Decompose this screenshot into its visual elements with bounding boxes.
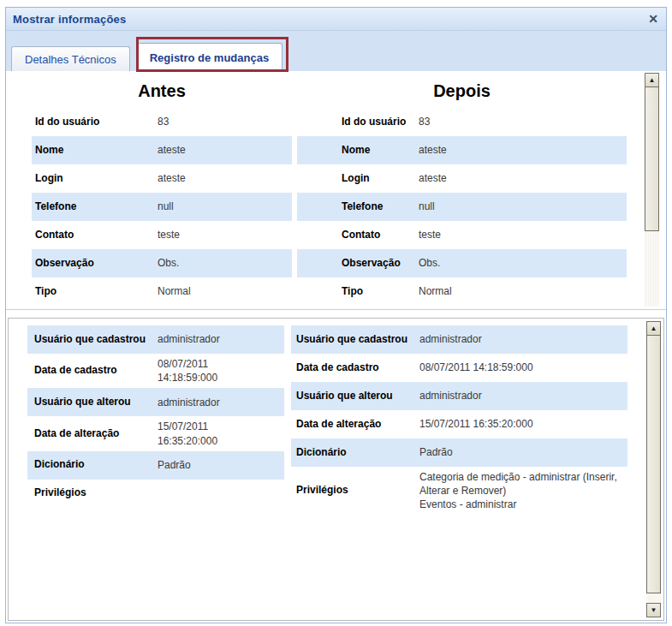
scrollbar-track[interactable] [645, 231, 659, 307]
table-row: Data de cadastro 08/07/2011 14:18:59:000 [27, 354, 284, 388]
row-value: 08/07/2011 14:18:59:000 [419, 361, 627, 374]
tabs-container: Detalhes Técnicos Registro de mudanças [11, 43, 288, 71]
row-label: Id do usuário [297, 116, 419, 129]
table-row: Usuário que alterou administrador [27, 388, 284, 416]
row-label: Nome [297, 144, 419, 158]
table-row: Id do usuário 83 [32, 108, 292, 136]
row-label: Telefone [297, 200, 419, 214]
after-header: Depois [297, 76, 627, 108]
info-dialog: Mostrar informações ✕ Detalhes Técnicos … [5, 7, 667, 623]
row-label: Data de alteração [27, 427, 158, 441]
row-label: Tipo [297, 285, 419, 299]
row-value: Normal [158, 284, 191, 298]
row-value: null [419, 200, 435, 213]
scrollbar-thumb[interactable] [646, 336, 661, 593]
row-value: Obs. [419, 256, 440, 270]
row-value: administrador [419, 332, 627, 346]
comparison-panel: Antes Id do usuário 83 Nome ateste Login… [6, 71, 666, 310]
row-value: 15/07/2011 16:35:20:000 [419, 417, 627, 431]
tab-detalhes-tecnicos[interactable]: Detalhes Técnicos [11, 46, 130, 71]
scroll-down-icon[interactable]: ▼ [646, 603, 661, 617]
dialog-title: Mostrar informações [13, 13, 126, 26]
comparison-scrollbar[interactable]: ▲ [645, 73, 659, 307]
row-label: Data de alteração [291, 418, 419, 432]
scroll-up-icon[interactable]: ▲ [646, 321, 661, 336]
table-row: Privilégios Categoria de medição - admin… [291, 467, 627, 516]
table-row: Tipo Normal [32, 277, 292, 306]
row-label: Data de cadastro [291, 361, 419, 375]
audit-panel: Usuário que cadastrou administrador Data… [8, 318, 664, 621]
row-label: Dicionário [291, 446, 419, 460]
audit-scrollbar[interactable]: ▲ ▼ [646, 321, 661, 617]
table-row: Data de cadastro 08/07/2011 14:18:59:000 [291, 354, 627, 382]
row-value: 83 [419, 115, 430, 128]
row-value: 08/07/2011 14:18:59:000 [158, 357, 267, 385]
row-value: ateste [158, 171, 186, 185]
before-table: Antes Id do usuário 83 Nome ateste Login… [32, 76, 292, 306]
table-row: Dicionário Padrão [291, 438, 627, 467]
row-value: Obs. [158, 256, 179, 270]
row-value: Categoria de medição - administrar (Inse… [419, 470, 627, 512]
panel-divider [6, 310, 666, 318]
table-row: Privilégios [27, 480, 284, 508]
row-label: Contato [297, 229, 419, 242]
table-row: Observação Obs. [297, 249, 627, 277]
row-value: teste [158, 228, 180, 241]
table-row: Usuário que cadastrou administrador [291, 325, 627, 354]
row-label: Privilégios [291, 484, 419, 498]
table-row: Data de alteração 15/07/2011 16:35:20:00… [27, 416, 284, 450]
row-label: Login [297, 172, 419, 186]
table-row: Login ateste [297, 164, 627, 193]
row-label: Dicionário [27, 458, 158, 472]
row-label: Id do usuário [32, 116, 158, 129]
row-label: Contato [32, 229, 158, 242]
table-row: Contato teste [297, 221, 627, 249]
row-value: teste [419, 228, 441, 241]
table-row: Telefone null [32, 193, 292, 221]
table-row: Observação Obs. [32, 249, 292, 277]
row-label: Usuário que cadastrou [291, 333, 419, 347]
row-label: Nome [32, 144, 158, 158]
table-row: Nome ateste [32, 136, 292, 164]
before-header: Antes [32, 76, 292, 108]
row-value: administrador [419, 389, 627, 402]
tab-registro-de-mudancas[interactable]: Registro de mudanças [136, 43, 282, 71]
table-row: Contato teste [32, 221, 292, 249]
row-value: ateste [158, 143, 186, 157]
row-value: Padrão [419, 445, 627, 459]
table-row: Nome ateste [297, 136, 627, 164]
dialog-content: Antes Id do usuário 83 Nome ateste Login… [6, 71, 666, 623]
row-label: Usuário que alterou [27, 396, 158, 409]
table-row: Tipo Normal [297, 277, 627, 306]
tab-strip: Detalhes Técnicos Registro de mudanças [6, 31, 666, 71]
audit-before-table: Usuário que cadastrou administrador Data… [27, 325, 284, 516]
row-value: administrador [158, 396, 267, 409]
row-value: ateste [419, 143, 447, 157]
row-value: Normal [419, 284, 452, 298]
row-value: 83 [158, 115, 169, 128]
row-label: Privilégios [27, 486, 158, 500]
after-table: Depois Id do usuário 83 Nome ateste Logi… [297, 76, 627, 306]
table-row: Login ateste [32, 164, 292, 193]
audit-after-table: Usuário que cadastrou administrador Data… [291, 325, 627, 516]
comparison-tables: Antes Id do usuário 83 Nome ateste Login… [32, 76, 627, 306]
row-value: Padrão [158, 458, 267, 472]
row-value: ateste [419, 171, 447, 185]
row-value: null [158, 200, 174, 213]
row-label: Usuário que cadastrou [27, 333, 158, 347]
table-row: Usuário que cadastrou administrador [27, 325, 284, 354]
row-label: Login [32, 172, 158, 186]
dialog-titlebar: Mostrar informações ✕ [6, 8, 666, 31]
scrollbar-thumb[interactable] [645, 87, 659, 231]
row-label: Observação [297, 257, 419, 271]
row-label: Tipo [32, 285, 158, 299]
scroll-up-icon[interactable]: ▲ [645, 73, 659, 87]
table-row: Dicionário Padrão [27, 451, 284, 480]
row-value: 15/07/2011 16:35:20:000 [158, 420, 267, 447]
close-icon[interactable]: ✕ [645, 11, 661, 27]
table-row: Usuário que alterou administrador [291, 382, 627, 410]
row-label: Usuário que alterou [291, 390, 419, 403]
row-label: Data de cadastro [27, 364, 158, 378]
row-value: administrador [158, 332, 267, 346]
audit-tables: Usuário que cadastrou administrador Data… [27, 325, 627, 516]
